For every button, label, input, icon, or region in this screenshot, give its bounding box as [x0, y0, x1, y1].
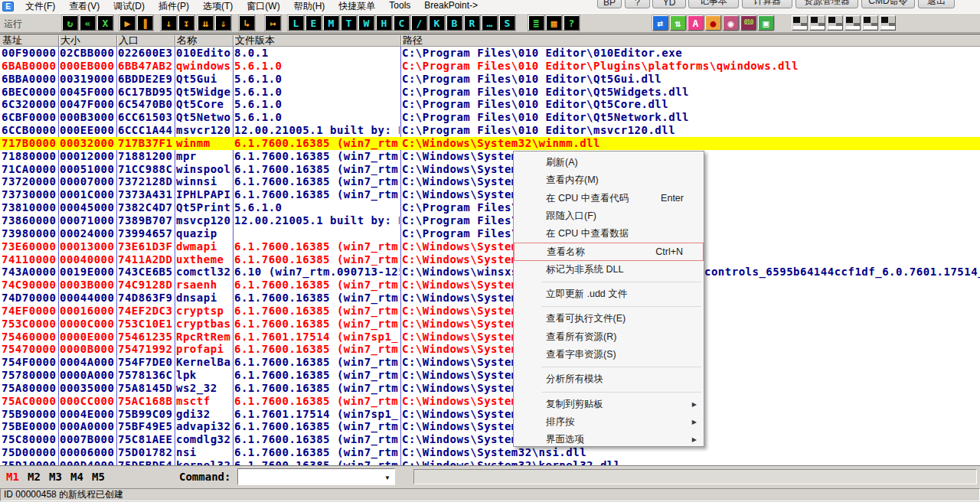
run-to-return-icon[interactable]: ↳	[239, 15, 255, 31]
windows-window-button[interactable]: W	[358, 15, 374, 31]
list-icon[interactable]: ≣	[528, 15, 544, 31]
column-header-5[interactable]: 文件版本	[235, 34, 275, 47]
record-dot-icon[interactable]: ●	[705, 15, 721, 31]
table-row[interactable]: 73810000000450007382C4D7Qt5Print5.6.1.0C…	[0, 201, 980, 214]
table-row[interactable]: 73860000000710007389B707msvcp12012.00.21…	[0, 214, 980, 227]
exit-button[interactable]: 退出	[918, 0, 955, 8]
table-row[interactable]: 6C3200000047F0006C5470B0Qt5Core5.6.1.0C:…	[0, 98, 980, 111]
terminal-window-icon[interactable]: ▣	[758, 15, 774, 31]
table-row[interactable]: 71CA00000005100071CC988Cwinspool6.1.7600…	[0, 163, 980, 176]
bp-button[interactable]: BP	[597, 0, 622, 8]
grid-icon[interactable]: ▦	[546, 15, 562, 31]
assembler-icon[interactable]: A	[688, 15, 704, 31]
menu-item-8[interactable]: Tools	[382, 0, 417, 14]
context-menu-item-view-memory[interactable]: 查看内存(M)	[514, 171, 704, 189]
context-menu-item-view-names[interactable]: 查看名称Ctrl+N	[514, 243, 704, 260]
memory-tab-m3[interactable]: M3	[49, 471, 62, 483]
breakpoints-window-button[interactable]: B	[446, 15, 462, 31]
memory-tab-m4[interactable]: M4	[70, 471, 83, 483]
step-over-icon[interactable]: ↧	[178, 15, 194, 31]
context-menu-item-view-string-resources[interactable]: 查看字串资源(S)	[514, 346, 704, 363]
patches-window-button[interactable]: /	[411, 15, 427, 31]
table-row[interactable]: 754700000000B00075471992profapi6.1.7600.…	[0, 343, 980, 356]
log-window-button[interactable]: L	[288, 15, 304, 31]
column-header-4[interactable]: 名称	[177, 34, 197, 47]
command-combobox[interactable]: ▼	[237, 468, 395, 485]
memory-window-button[interactable]: M	[323, 15, 339, 31]
table-row[interactable]: 74D700000004400074D863F9dnsapi6.1.7600.1…	[0, 292, 980, 305]
runtrace-window-button[interactable]: …	[482, 15, 498, 31]
table-row[interactable]: 75AC0000000CC00075AC168Bmsctf6.1.7600.16…	[0, 395, 980, 408]
cmd-button[interactable]: CMD命令	[861, 0, 915, 8]
table-row[interactable]: 754600000000E00075461235RpcRtRem6.1.7601…	[0, 331, 980, 344]
context-menu-item-follow-entry[interactable]: 跟随入口(F)	[514, 207, 704, 225]
context-menu-item-appearance-options[interactable]: 界面选项▶	[514, 431, 704, 448]
table-row[interactable]: 6CBF0000000B30006CC61503Qt5Netwo5.6.1.0C…	[0, 111, 980, 124]
cpu-window-button[interactable]: C	[394, 15, 410, 31]
table-row[interactable]: 6BAB0000000EB0006BB47AB2qwindows5.6.1.0C…	[0, 60, 980, 73]
source-window-button[interactable]: S	[499, 15, 515, 31]
block-pattern-icon-6[interactable]	[880, 15, 896, 31]
block-pattern-icon-1[interactable]	[792, 15, 808, 31]
table-row[interactable]: 73720000000070007372128Dwinnsi6.1.7600.1…	[0, 175, 980, 188]
table-row[interactable]: 717B000000032000717B37F1winmm6.1.7600.16…	[0, 137, 980, 150]
table-row[interactable]: 6BBA0000003190006BDDE2E9Qt5Gui5.6.1.0C:\…	[0, 73, 980, 86]
table-row[interactable]: 75D000000000600075D01782nsi6.1.7600.1638…	[0, 446, 980, 459]
notepad-button[interactable]: 记事本	[688, 0, 739, 8]
block-pattern-icon-5[interactable]	[862, 15, 878, 31]
memory-tab-m1[interactable]: M1	[6, 471, 19, 483]
executables-window-button[interactable]: E	[305, 15, 322, 31]
block-pattern-icon-4[interactable]	[844, 15, 861, 31]
context-menu-item-sort-by[interactable]: 排序按▶	[514, 413, 704, 431]
context-menu-item-view-code-in-cpu[interactable]: 在 CPU 中查看代码Enter	[514, 190, 704, 207]
pause-icon[interactable]: ∥	[137, 15, 153, 31]
yd-button[interactable]: YD	[652, 0, 686, 8]
table-row[interactable]: 75BE0000000A000075BF49E5advapi326.1.7600…	[0, 420, 980, 433]
threads-window-button[interactable]: T	[341, 15, 357, 31]
chevron-down-icon[interactable]: ▼	[384, 474, 390, 481]
table-row[interactable]: 718800000001200071881200mpr6.1.7600.1638…	[0, 150, 980, 163]
context-menu-item-update-udd-file-now[interactable]: 立即更新 .udd 文件	[514, 285, 704, 303]
restart-icon[interactable]: ↻	[62, 15, 78, 31]
menu-item-7[interactable]: 快捷菜单	[332, 0, 382, 14]
table-row[interactable]: 739800000002400073994657quazipC:\Program…	[0, 227, 980, 240]
context-menu-item-analyze-all-modules[interactable]: 分析所有模块	[514, 370, 704, 388]
table-row[interactable]: 6BEC00000045F0006C17BD95Qt5Widge5.6.1.0C…	[0, 86, 980, 99]
table-row[interactable]: 75D10000000D400075DEBDE4kernel326.1.7600…	[0, 459, 980, 465]
target-icon[interactable]: ◉	[723, 15, 739, 31]
table-row[interactable]: 757800000000A0007578136Clpk6.1.7600.1638…	[0, 369, 980, 382]
help-icon[interactable]: ?	[564, 15, 580, 31]
context-menu-item-view-all-resources[interactable]: 查看所有资源(R)	[514, 328, 704, 346]
context-menu-item-mark-as-non-system-dll[interactable]: 标记为非系统 DLL	[514, 261, 704, 279]
close-icon[interactable]: X	[97, 15, 113, 31]
memory-tab-m5[interactable]: M5	[92, 471, 105, 483]
menu-item-1[interactable]: 查看(V)	[62, 0, 106, 14]
calculator-button[interactable]: 计算器	[742, 0, 792, 8]
memory-tab-m2[interactable]: M2	[28, 471, 41, 483]
table-row[interactable]: 6CCB0000000EE0006CCC1A44msvcr12012.00.21…	[0, 124, 980, 137]
table-row[interactable]: 74C900000003B00074C9128Drsaenh6.1.7600.1…	[0, 279, 980, 292]
table-row[interactable]: 74EF00000001600074EF2DC3cryptsp6.1.7600.…	[0, 305, 980, 318]
column-header-1[interactable]: 基址	[2, 34, 22, 47]
menu-item-5[interactable]: 窗口(W)	[240, 0, 286, 14]
callstack-window-button[interactable]: K	[429, 15, 445, 31]
table-row[interactable]: 75C800000007B00075C81AEEcomdlg326.1.7600…	[0, 433, 980, 446]
context-menu-item-view-executable-file[interactable]: 查看可执行文件(E)	[514, 310, 704, 328]
column-header-6[interactable]: 路径	[403, 34, 423, 47]
trace-into-icon[interactable]: ⇊	[198, 15, 214, 31]
handles-window-button[interactable]: H	[376, 15, 392, 31]
block-pattern-icon-2[interactable]	[809, 15, 825, 31]
table-row[interactable]: 75A800000003500075A8145Dws2_326.1.7600.1…	[0, 382, 980, 395]
menu-item-6[interactable]: 帮助(H)	[287, 0, 332, 14]
goto-line-icon[interactable]: ↦	[265, 15, 281, 31]
step-into-icon[interactable]: ↓	[161, 15, 177, 31]
table-row[interactable]: 74110000000400007411A2DDuxtheme6.1.7600.…	[0, 253, 980, 266]
table-row[interactable]: 75B900000004E00075B99C09gdi326.1.7601.17…	[0, 408, 980, 421]
table-row[interactable]: 737300000001C0007373A431IPHLPAPI6.1.7600…	[0, 188, 980, 201]
table-row[interactable]: 73E600000001300073E61D3Fdwmapi6.1.7600.1…	[0, 240, 980, 253]
explorer-button[interactable]: 资源管理器	[795, 0, 858, 8]
table-row[interactable]: 00F9000002CBB000022600E3010Edito8.0.1C:\…	[0, 47, 980, 60]
binary-010-icon[interactable]: 010	[740, 15, 756, 31]
step-back-icon[interactable]: «	[80, 15, 96, 31]
block-pattern-icon-3[interactable]	[827, 15, 843, 31]
